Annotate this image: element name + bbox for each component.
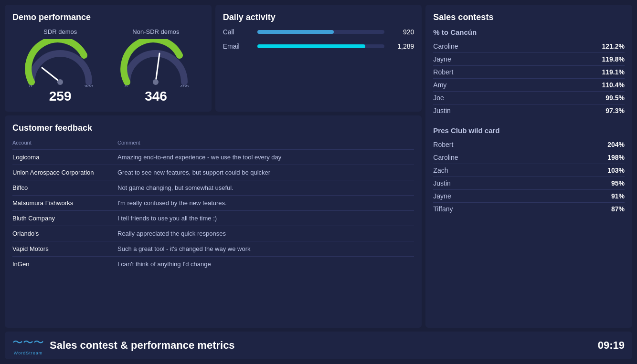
table-row: InGenI can't think of anything I'd chang… <box>12 257 414 272</box>
feedback-comment: Amazing end-to-end experience - we use t… <box>117 150 414 165</box>
svg-text:300: 300 <box>85 84 93 87</box>
activity-row-call: Call 920 <box>223 28 414 36</box>
wordstream-wave-icon: 〜〜〜 <box>12 335 44 350</box>
customer-feedback-title: Customer feedback <box>12 123 414 133</box>
feedback-account: Orlando's <box>12 226 117 241</box>
svg-point-1 <box>57 79 63 85</box>
col-comment: Comment <box>117 139 414 150</box>
sdr-gauge-svg: 0 300 <box>22 39 98 87</box>
cancun-row-jayne: Jayne 119.8% <box>433 53 625 66</box>
wordstream-text: WordStream <box>14 351 42 355</box>
footer-time: 09:19 <box>598 339 625 352</box>
footer-title: Sales contest & performance metrics <box>50 339 235 352</box>
email-bar-container <box>257 44 385 48</box>
table-row: Union Aerospace CorporationGreat to see … <box>12 165 414 180</box>
activity-value-call: 920 <box>390 28 414 36</box>
activity-row-email: Email 1,289 <box>223 42 414 50</box>
sales-contests-title: Sales contests <box>433 12 625 22</box>
feedback-comment: Not game changing, but somewhat useful. <box>117 180 414 196</box>
activity-value-email: 1,289 <box>390 42 414 50</box>
customer-feedback-card: Customer feedback Account Comment Logico… <box>5 115 422 328</box>
cancun-row-joe: Joe 99.5% <box>433 92 625 104</box>
table-row: Matsumura FishworksI'm really confused b… <box>12 196 414 211</box>
daily-activity-title: Daily activity <box>223 12 414 22</box>
pres-club-section-title: Pres Club wild card <box>433 126 625 135</box>
table-row: BiffcoNot game changing, but somewhat us… <box>12 180 414 196</box>
call-bar-container <box>257 30 385 34</box>
svg-text:0: 0 <box>29 84 32 87</box>
sales-contests-card: Sales contests % to Cancún Caroline 121.… <box>425 5 632 328</box>
demo-performance-title: Demo performance <box>12 12 204 22</box>
wordstream-logo: 〜〜〜 WordStream <box>12 335 44 355</box>
pres-row-jayne: Jayne 91% <box>433 190 625 203</box>
pres-row-justin: Justin 95% <box>433 177 625 190</box>
non-sdr-label: Non-SDR demos <box>132 28 179 35</box>
feedback-account: Bluth Company <box>12 211 117 226</box>
footer-left: 〜〜〜 WordStream Sales contest & performan… <box>12 335 235 355</box>
pres-row-zach: Zach 103% <box>433 164 625 177</box>
svg-line-0 <box>42 68 60 82</box>
feedback-table: Account Comment LogicomaAmazing end-to-e… <box>12 139 414 271</box>
sdr-gauge: SDR demos 0 300 259 <box>22 28 98 104</box>
cancun-row-justin: Justin 97.3% <box>433 104 625 117</box>
demo-performance-card: Demo performance SDR demos 0 300 <box>5 5 212 112</box>
footer: 〜〜〜 WordStream Sales contest & performan… <box>5 332 632 359</box>
feedback-comment: Great to see new features, but support c… <box>117 165 414 180</box>
pres-row-tiffany: Tiffany 87% <box>433 203 625 215</box>
pres-row-caroline: Caroline 198% <box>433 151 625 164</box>
svg-line-4 <box>156 53 159 82</box>
svg-point-5 <box>153 79 159 85</box>
feedback-account: Matsumura Fishworks <box>12 196 117 211</box>
feedback-account: Biffco <box>12 180 117 196</box>
cancun-row-amy: Amy 110.4% <box>433 79 625 92</box>
cancun-row-caroline: Caroline 121.2% <box>433 40 625 53</box>
feedback-account: Vapid Motors <box>12 241 117 257</box>
svg-text:0: 0 <box>125 84 127 87</box>
feedback-account: Logicoma <box>12 150 117 165</box>
cancun-rows: Caroline 121.2% Jayne 119.8% Robert 119.… <box>433 40 625 117</box>
table-row: Bluth CompanyI tell friends to use you a… <box>12 211 414 226</box>
table-row: LogicomaAmazing end-to-end experience - … <box>12 150 414 165</box>
daily-activity-card: Daily activity Call 920 Email 1,289 <box>215 5 422 112</box>
feedback-comment: Really appreciated the quick responses <box>117 226 414 241</box>
col-account: Account <box>12 139 117 150</box>
non-sdr-gauge-svg: 0 400 <box>117 39 194 87</box>
pres-row-robert: Robert 204% <box>433 138 625 151</box>
feedback-comment: I tell friends to use you all the time :… <box>117 211 414 226</box>
feedback-comment: Such a great tool - it's changed the way… <box>117 241 414 257</box>
non-sdr-value: 346 <box>145 89 167 104</box>
pres-club-rows: Robert 204% Caroline 198% Zach 103% Just… <box>433 138 625 215</box>
svg-text:400: 400 <box>180 84 189 87</box>
non-sdr-gauge: Non-SDR demos 0 400 346 <box>117 28 194 104</box>
email-bar <box>257 44 366 48</box>
gauges-container: SDR demos 0 300 259 Non-SD <box>12 28 204 104</box>
feedback-account: Union Aerospace Corporation <box>12 165 117 180</box>
sdr-value: 259 <box>49 89 72 104</box>
sdr-label: SDR demos <box>43 28 77 35</box>
feedback-account: InGen <box>12 257 117 272</box>
table-row: Vapid MotorsSuch a great tool - it's cha… <box>12 241 414 257</box>
call-bar <box>257 30 334 34</box>
cancun-row-robert: Robert 119.1% <box>433 66 625 79</box>
table-row: Orlando'sReally appreciated the quick re… <box>12 226 414 241</box>
feedback-comment: I can't think of anything I'd change <box>117 257 414 272</box>
cancun-section-title: % to Cancún <box>433 28 625 36</box>
activity-label-call: Call <box>223 28 252 36</box>
feedback-comment: I'm really confused by the new features. <box>117 196 414 211</box>
activity-label-email: Email <box>223 42 252 50</box>
activity-rows: Call 920 Email 1,289 <box>223 28 414 50</box>
